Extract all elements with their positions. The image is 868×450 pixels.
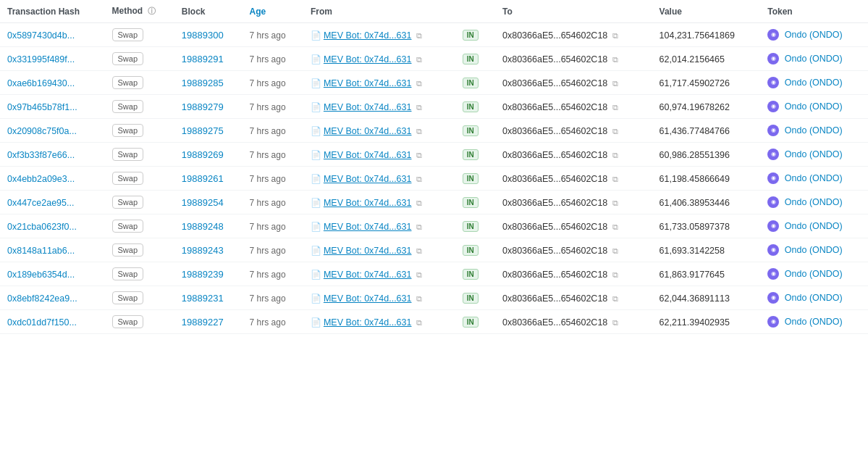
to-copy-icon[interactable]: ⧉: [612, 103, 618, 112]
block-link[interactable]: 19889285: [182, 78, 224, 88]
token-link[interactable]: Ondo (ONDO): [785, 221, 843, 231]
from-link[interactable]: MEV Bot: 0x74d...631: [324, 30, 412, 41]
block-link[interactable]: 19889248: [182, 221, 224, 232]
token-link[interactable]: Ondo (ONDO): [785, 125, 843, 136]
tx-hash-link[interactable]: 0x189eb6354d...: [7, 270, 75, 280]
tx-hash-link[interactable]: 0x331995f489f...: [7, 54, 75, 64]
from-copy-icon[interactable]: ⧉: [416, 199, 422, 207]
from-link[interactable]: MEV Bot: 0x74d...631: [324, 102, 412, 112]
table-row: 0x331995f489f... Swap 19889291 7 hrs ago…: [0, 47, 868, 71]
from-copy-icon[interactable]: ⧉: [416, 318, 422, 327]
from-link[interactable]: MEV Bot: 0x74d...631: [324, 246, 412, 256]
block-link[interactable]: 19889291: [182, 54, 224, 64]
method-cell: Swap: [105, 119, 174, 143]
tx-hash-link[interactable]: 0x21cba0623f0...: [7, 222, 77, 232]
tx-hash-link[interactable]: 0x8148a11ab6...: [7, 246, 75, 256]
from-copy-icon[interactable]: ⧉: [416, 270, 422, 279]
to-cell: 0x80366aE5...654602C18 ⧉: [495, 191, 652, 214]
token-link[interactable]: Ondo (ONDO): [785, 101, 843, 112]
from-copy-icon[interactable]: ⧉: [416, 103, 422, 112]
to-copy-icon[interactable]: ⧉: [612, 127, 618, 136]
token-cell: ◉ Ondo (ONDO): [760, 23, 868, 47]
block-link[interactable]: 19889261: [182, 173, 224, 184]
to-copy-icon[interactable]: ⧉: [612, 199, 618, 207]
block-link[interactable]: 19889231: [182, 293, 224, 304]
from-link[interactable]: MEV Bot: 0x74d...631: [324, 54, 412, 64]
token-cell: ◉ Ondo (ONDO): [760, 214, 868, 238]
tx-hash-link[interactable]: 0x20908c75f0a...: [7, 126, 77, 136]
from-link[interactable]: MEV Bot: 0x74d...631: [324, 174, 412, 184]
from-link[interactable]: MEV Bot: 0x74d...631: [324, 78, 412, 88]
value-text: 60,974.19678262: [660, 102, 730, 112]
from-link[interactable]: MEV Bot: 0x74d...631: [324, 270, 412, 280]
tx-hash-link[interactable]: 0x447ce2ae95...: [7, 198, 74, 208]
from-copy-icon[interactable]: ⧉: [416, 175, 422, 183]
from-copy-icon[interactable]: ⧉: [416, 246, 422, 255]
from-copy-icon[interactable]: ⧉: [416, 55, 422, 64]
method-badge: Swap: [112, 124, 144, 137]
to-copy-icon[interactable]: ⧉: [612, 31, 618, 40]
token-link[interactable]: Ondo (ONDO): [785, 54, 843, 64]
block-link[interactable]: 19889300: [182, 30, 224, 41]
tx-hash-cell: 0x189eb6354d...: [0, 262, 105, 286]
from-copy-icon[interactable]: ⧉: [416, 31, 422, 40]
token-link[interactable]: Ondo (ONDO): [785, 245, 843, 255]
from-copy-icon[interactable]: ⧉: [416, 127, 422, 136]
to-cell: 0x80366aE5...654602C18 ⧉: [495, 262, 652, 286]
token-link[interactable]: Ondo (ONDO): [785, 78, 843, 88]
to-copy-icon[interactable]: ⧉: [612, 270, 618, 279]
from-cell: 📄MEV Bot: 0x74d...631 ⧉: [303, 238, 455, 262]
block-link[interactable]: 19889239: [182, 269, 224, 280]
tx-hash-link[interactable]: 0x97b465b78f1...: [7, 102, 77, 112]
tx-hash-link[interactable]: 0x5897430d4b...: [7, 30, 75, 41]
to-copy-icon[interactable]: ⧉: [612, 55, 618, 64]
to-copy-icon[interactable]: ⧉: [612, 246, 618, 255]
in-badge: IN: [463, 293, 479, 304]
from-link[interactable]: MEV Bot: 0x74d...631: [324, 150, 412, 160]
table-row: 0x8148a11ab6... Swap 19889243 7 hrs ago …: [0, 238, 868, 262]
from-link[interactable]: MEV Bot: 0x74d...631: [324, 198, 412, 208]
age-text: 7 hrs ago: [250, 78, 286, 88]
token-cell: ◉ Ondo (ONDO): [760, 167, 868, 191]
method-info-icon[interactable]: ⓘ: [148, 7, 156, 15]
to-copy-icon[interactable]: ⧉: [612, 222, 618, 231]
from-copy-icon[interactable]: ⧉: [416, 222, 422, 231]
block-link[interactable]: 19889269: [182, 149, 224, 160]
from-copy-icon[interactable]: ⧉: [416, 79, 422, 88]
from-copy-icon[interactable]: ⧉: [416, 294, 422, 303]
col-header-age[interactable]: Age: [243, 0, 303, 23]
block-link[interactable]: 19889254: [182, 197, 224, 208]
in-badge: IN: [463, 221, 479, 232]
block-link[interactable]: 19889243: [182, 245, 224, 256]
from-link[interactable]: MEV Bot: 0x74d...631: [324, 293, 412, 304]
from-link[interactable]: MEV Bot: 0x74d...631: [324, 222, 412, 232]
token-link[interactable]: Ondo (ONDO): [785, 293, 843, 303]
from-link[interactable]: MEV Bot: 0x74d...631: [324, 126, 412, 136]
to-copy-icon[interactable]: ⧉: [612, 318, 618, 327]
tx-hash-link[interactable]: 0x8ebf8242ea9...: [7, 293, 77, 304]
token-link[interactable]: Ondo (ONDO): [785, 317, 843, 327]
tx-hash-link[interactable]: 0x4ebb2a09e3...: [7, 174, 75, 184]
method-cell: Swap: [105, 167, 174, 191]
to-copy-icon[interactable]: ⧉: [612, 294, 618, 303]
to-copy-icon[interactable]: ⧉: [612, 151, 618, 159]
block-link[interactable]: 19889227: [182, 317, 224, 328]
to-copy-icon[interactable]: ⧉: [612, 175, 618, 183]
from-cell: 📄MEV Bot: 0x74d...631 ⧉: [303, 71, 455, 95]
block-cell: 19889279: [174, 95, 243, 119]
from-cell: 📄MEV Bot: 0x74d...631 ⧉: [303, 310, 455, 334]
from-link[interactable]: MEV Bot: 0x74d...631: [324, 317, 412, 328]
token-link[interactable]: Ondo (ONDO): [785, 269, 843, 279]
token-link[interactable]: Ondo (ONDO): [785, 30, 843, 40]
tx-hash-link[interactable]: 0xae6b169430...: [7, 78, 75, 88]
block-link[interactable]: 19889279: [182, 101, 224, 112]
block-link[interactable]: 19889275: [182, 125, 224, 136]
to-copy-icon[interactable]: ⧉: [612, 79, 618, 88]
doc-icon: 📄: [311, 30, 321, 41]
tx-hash-link[interactable]: 0xf3b33f87e66...: [7, 150, 75, 160]
tx-hash-link[interactable]: 0xdc01dd7f150...: [7, 317, 77, 328]
token-link[interactable]: Ondo (ONDO): [785, 197, 843, 207]
token-link[interactable]: Ondo (ONDO): [785, 149, 843, 159]
token-link[interactable]: Ondo (ONDO): [785, 173, 843, 183]
from-copy-icon[interactable]: ⧉: [416, 151, 422, 159]
